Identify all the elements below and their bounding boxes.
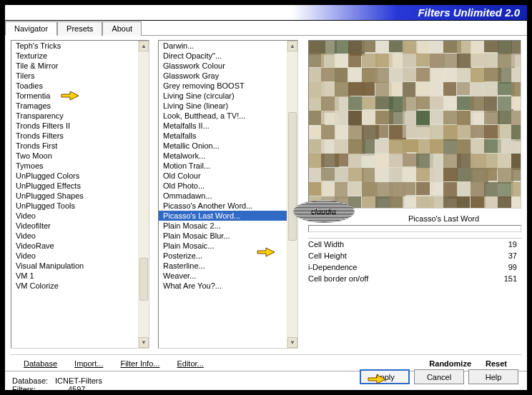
filter-item[interactable]: Old Colour (159, 171, 297, 181)
tab-presets[interactable]: Presets (57, 21, 102, 36)
filter-item[interactable]: Metalfalls (159, 131, 297, 141)
app-title: Filters Unlimited 2.0 (418, 6, 520, 19)
pointer-icon (367, 372, 387, 386)
filter-item[interactable]: Picasso's Last Word... (159, 211, 297, 221)
toolbar: Database Import... Filter Info... Editor… (11, 354, 521, 371)
param-row[interactable]: i-Dependence99 (308, 261, 521, 273)
filter-item[interactable]: Picasso's Another Word... (159, 201, 297, 211)
param-value: 151 (504, 274, 517, 283)
watermark-text: claudia (311, 207, 336, 216)
param-value: 37 (508, 251, 517, 260)
filter-item[interactable]: Motion Trail... (159, 161, 297, 171)
category-item[interactable]: UnPlugged Tools (11, 201, 149, 211)
right-panel: Picasso's Last Word Cell Width19Cell Hei… (308, 40, 521, 350)
param-label: Cell Width (308, 240, 344, 249)
param-label: Cell Height (308, 251, 347, 260)
param-row[interactable]: Cell Width19 (308, 239, 521, 250)
status-db-label: Database: (12, 376, 55, 385)
filter-item[interactable]: Look, Butthead, a TV!... (159, 111, 297, 121)
category-item[interactable]: Tronds Filters (11, 131, 149, 141)
status-filters-label: Filters: (12, 385, 55, 394)
scroll-up-icon[interactable]: ▲ (139, 41, 149, 51)
filter-item[interactable]: Glasswork Gray (159, 71, 297, 81)
cancel-button[interactable]: Cancel (414, 369, 464, 384)
scroll-down-icon[interactable]: ▼ (287, 337, 297, 348)
filter-item[interactable]: Ommadawn... (159, 191, 297, 201)
category-item[interactable]: Visual Manipulation (11, 261, 149, 271)
scroll-down-icon[interactable]: ▼ (139, 337, 149, 348)
filter-info-button[interactable]: Filter Info... (120, 359, 159, 368)
param-row[interactable]: Cell Height37 (308, 250, 521, 261)
progress-bar (308, 225, 521, 232)
filter-item[interactable]: Metallic Onion... (159, 141, 297, 151)
filter-item[interactable]: Plain Mosaic 2... (159, 221, 297, 231)
help-button[interactable]: Help (468, 369, 518, 384)
category-item[interactable]: Tile & Mirror (11, 61, 149, 71)
filter-item[interactable]: Posterize... (159, 251, 297, 261)
filter-item[interactable]: Plain Mosaic Blur... (159, 231, 297, 241)
current-filter-name: Picasso's Last Word (408, 214, 479, 223)
filter-item[interactable]: Metalwork... (159, 151, 297, 161)
status-bar: Database:ICNET-Filters Filters:4597 Appl… (5, 371, 527, 395)
category-item[interactable]: Video (11, 231, 149, 241)
param-value: 19 (508, 240, 517, 249)
category-item[interactable]: Texturize (11, 51, 149, 61)
filter-item[interactable]: Grey removing BOOST (159, 81, 297, 91)
filter-item[interactable]: Plain Mosaic... (159, 241, 297, 251)
randomize-button[interactable]: Randomize (429, 359, 471, 368)
app-window: Filters Unlimited 2.0 Navigator Presets … (4, 4, 528, 391)
filter-list[interactable]: Darwin...Direct Opacity"...Glasswork Col… (158, 40, 298, 349)
filter-item[interactable]: Weaver... (159, 271, 297, 281)
pointer-icon (256, 245, 276, 259)
category-item[interactable]: Video (11, 211, 149, 221)
category-item[interactable]: Teph's Tricks (11, 41, 149, 51)
filter-item[interactable]: Old Photo... (159, 181, 297, 191)
filter-item[interactable]: Direct Opacity"... (159, 51, 297, 61)
filter-item[interactable]: Darwin... (159, 41, 297, 51)
param-value: 99 (508, 263, 517, 271)
category-item[interactable]: Video (11, 251, 149, 261)
category-item[interactable]: UnPlugged Effects (11, 181, 149, 191)
param-label: i-Dependence (308, 263, 358, 271)
category-item[interactable]: Two Moon (11, 151, 149, 161)
category-item[interactable]: VM Colorize (11, 281, 149, 291)
scrollbar[interactable]: ▲ ▼ (287, 41, 297, 348)
scroll-up-icon[interactable]: ▲ (287, 41, 297, 51)
category-item[interactable]: VM 1 (11, 271, 149, 281)
tab-about[interactable]: About (102, 21, 142, 36)
tab-navigator[interactable]: Navigator (5, 21, 57, 36)
filter-item[interactable]: Glasswork Colour (159, 61, 297, 71)
param-row[interactable]: Cell border on/off151 (308, 273, 521, 284)
category-item[interactable]: Tormentia (11, 91, 149, 101)
editor-button[interactable]: Editor... (177, 359, 203, 368)
category-item[interactable]: UnPlugged Colors (11, 171, 149, 181)
filter-item[interactable]: Living Sine (circular) (159, 91, 297, 101)
category-item[interactable]: VideoRave (11, 241, 149, 251)
tab-strip: Navigator Presets About (5, 21, 527, 36)
category-item[interactable]: Tronds First (11, 141, 149, 151)
category-item[interactable]: UnPlugged Shapes (11, 191, 149, 201)
filter-item[interactable]: Metalfalls II... (159, 121, 297, 131)
preview-image (308, 40, 521, 209)
category-item[interactable]: Videofilter (11, 221, 149, 231)
category-item[interactable]: Tymoes (11, 161, 149, 171)
parameter-list: Cell Width19Cell Height37i-Dependence99C… (308, 238, 521, 284)
category-item[interactable]: Tramages (11, 101, 149, 111)
import-button[interactable]: Import... (74, 359, 103, 368)
scroll-thumb[interactable] (139, 258, 148, 301)
filter-item[interactable]: Living Sine (linear) (159, 101, 297, 111)
category-item[interactable]: Transparency (11, 111, 149, 121)
category-list[interactable]: Teph's TricksTexturizeTile & MirrorTiler… (11, 40, 149, 349)
category-item[interactable]: Tilers (11, 71, 149, 81)
category-item[interactable]: Tronds Filters II (11, 121, 149, 131)
filter-item[interactable]: Rasterline... (159, 261, 297, 271)
status-filters-value: 4597 (68, 385, 85, 394)
database-button[interactable]: Database (24, 359, 57, 368)
scrollbar[interactable]: ▲ ▼ (138, 41, 149, 348)
reset-button[interactable]: Reset (486, 359, 507, 368)
filter-item[interactable]: What Are You?... (159, 281, 297, 291)
category-item[interactable]: Toadies (11, 81, 149, 91)
pointer-icon (60, 89, 80, 103)
status-db-value: ICNET-Filters (55, 376, 102, 385)
title-bar: Filters Unlimited 2.0 (5, 5, 527, 21)
